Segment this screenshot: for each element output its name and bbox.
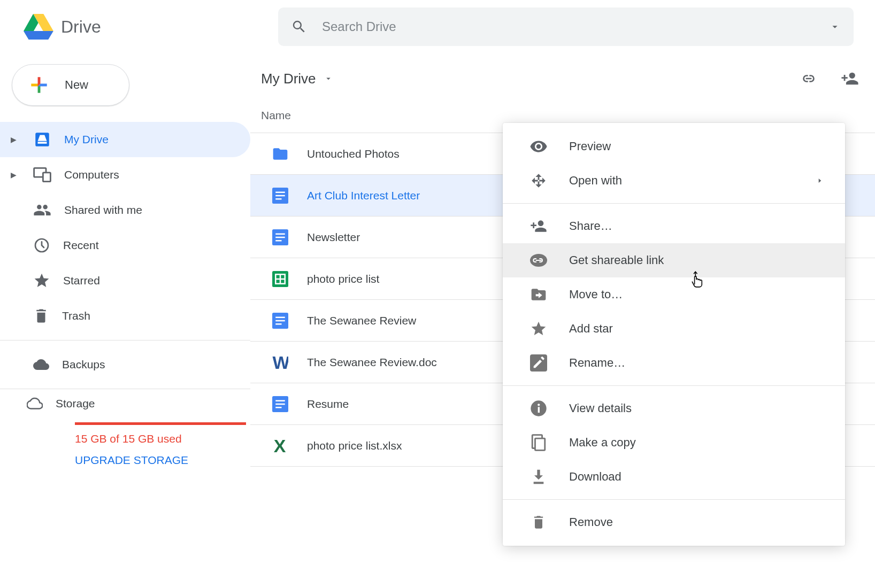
menu-item-label: Rename… <box>569 356 625 370</box>
storage-used-text: 15 GB of 15 GB used <box>75 432 240 445</box>
svg-marker-2 <box>24 31 53 40</box>
copy-icon <box>529 434 548 452</box>
chevron-down-icon <box>324 74 333 83</box>
download-icon <box>529 468 548 486</box>
search-icon <box>291 19 307 35</box>
svg-rect-10 <box>275 191 285 193</box>
doc-icon <box>272 312 289 329</box>
storage-label: Storage <box>56 397 95 410</box>
menu-item-move-to[interactable]: Move to… <box>503 277 845 312</box>
preview-icon <box>529 137 548 156</box>
breadcrumb[interactable]: My Drive <box>261 71 333 87</box>
plus-icon <box>27 73 51 97</box>
folder-icon <box>272 145 289 163</box>
sidebar-item-label: Shared with me <box>64 204 142 216</box>
sidebar-item-recent[interactable]: Recent <box>0 228 250 263</box>
search-bar[interactable] <box>278 7 854 46</box>
app-name: Drive <box>61 17 101 37</box>
menu-item-view-details[interactable]: View details <box>503 391 845 425</box>
trash-icon <box>33 307 49 325</box>
upgrade-storage-link[interactable]: UPGRADE STORAGE <box>75 454 240 467</box>
file-name: photo price list <box>307 273 379 285</box>
file-name: photo price list.xlsx <box>307 439 402 452</box>
menu-item-label: Make a copy <box>569 436 636 450</box>
word-icon: W <box>272 354 289 371</box>
sidebar-item-shared-with-me[interactable]: Shared with me <box>0 192 250 228</box>
svg-rect-16 <box>275 240 281 242</box>
svg-rect-28 <box>275 403 285 405</box>
menu-item-label: Add star <box>569 322 613 336</box>
svg-rect-22 <box>275 316 285 318</box>
menu-item-label: Remove <box>569 515 613 529</box>
storage-progress-bar <box>75 422 246 425</box>
svg-rect-37 <box>534 482 544 484</box>
sidebar-item-label: Backups <box>62 358 105 371</box>
menu-item-share[interactable]: Share… <box>503 209 845 243</box>
recent-icon <box>33 237 50 254</box>
file-name: Newsletter <box>307 231 360 244</box>
sidebar-item-backups[interactable]: Backups <box>0 347 250 382</box>
new-button[interactable]: New <box>12 64 129 106</box>
menu-item-label: View details <box>569 401 632 415</box>
menu-item-get-shareable-link[interactable]: Get shareable link <box>503 243 845 277</box>
sidebar-item-label: Starred <box>63 274 100 287</box>
svg-rect-15 <box>275 236 285 238</box>
file-name: Resume <box>307 398 349 411</box>
file-name: The Sewanee Review.doc <box>307 356 437 369</box>
svg-rect-29 <box>275 407 281 408</box>
sidebar-item-label: Recent <box>63 239 99 252</box>
sidebar-item-my-drive[interactable]: ▶ My Drive <box>0 122 250 157</box>
svg-point-35 <box>538 404 540 406</box>
menu-item-label: Get shareable link <box>569 253 664 267</box>
add-person-icon[interactable] <box>841 69 859 88</box>
info-icon <box>529 399 548 417</box>
trash-icon <box>529 513 548 531</box>
star-icon <box>33 272 50 289</box>
svg-text:W: W <box>272 353 288 372</box>
svg-rect-34 <box>538 407 540 413</box>
menu-item-rename[interactable]: Rename… <box>503 346 845 380</box>
sidebar-item-label: My Drive <box>64 133 109 146</box>
svg-rect-7 <box>43 173 50 182</box>
svg-rect-14 <box>275 233 285 235</box>
dropdown-icon[interactable] <box>829 21 841 33</box>
expand-icon: ▶ <box>11 135 20 144</box>
svg-rect-24 <box>275 323 281 325</box>
svg-rect-27 <box>275 400 285 401</box>
menu-item-download[interactable]: Download <box>503 460 845 494</box>
svg-rect-11 <box>275 195 285 196</box>
drive-icon <box>33 130 51 149</box>
menu-item-preview[interactable]: Preview <box>503 129 845 164</box>
chevron-right-icon <box>816 175 824 186</box>
menu-item-remove[interactable]: Remove <box>503 505 845 539</box>
menu-item-make-a-copy[interactable]: Make a copy <box>503 425 845 460</box>
openwith-icon <box>529 172 548 190</box>
sidebar-item-label: Computers <box>64 168 119 181</box>
menu-item-add-star[interactable]: Add star <box>503 312 845 346</box>
file-name: Untouched Photos <box>307 148 400 160</box>
sheet-icon <box>272 270 289 288</box>
drive-logo[interactable]: Drive <box>11 14 225 40</box>
doc-icon <box>272 187 289 204</box>
context-menu: Preview Open with Share… Get shareable l… <box>503 123 845 546</box>
search-input[interactable] <box>322 19 814 34</box>
sidebar-item-trash[interactable]: Trash <box>0 298 250 334</box>
breadcrumb-title: My Drive <box>261 71 316 87</box>
link-icon[interactable] <box>800 70 817 87</box>
rename-icon <box>529 354 548 372</box>
sidebar-item-computers[interactable]: ▶ Computers <box>0 157 250 192</box>
sidebar-item-starred[interactable]: Starred <box>0 263 250 298</box>
menu-item-open-with[interactable]: Open with <box>503 164 845 198</box>
svg-rect-36 <box>535 438 544 450</box>
expand-icon: ▶ <box>11 171 20 179</box>
moveto-icon <box>529 285 548 304</box>
svg-rect-5 <box>38 142 47 144</box>
svg-rect-12 <box>275 198 281 200</box>
drive-logo-icon <box>24 14 53 40</box>
shared-icon <box>33 201 51 219</box>
sidebar: New ▶ My Drive▶ Computers Shared with me… <box>0 53 250 588</box>
share-icon <box>529 217 548 235</box>
menu-item-label: Download <box>569 470 621 484</box>
sidebar-item-storage[interactable]: Storage <box>27 396 240 412</box>
file-name: The Sewanee Review <box>307 314 416 327</box>
